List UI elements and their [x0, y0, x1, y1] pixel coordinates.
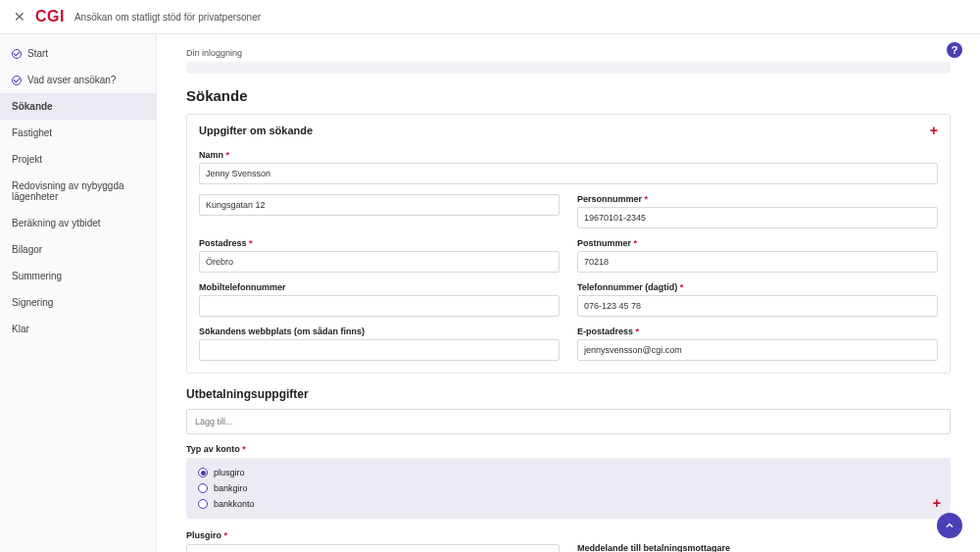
radio-label: plusgiro	[214, 468, 245, 477]
app-header: ✕ CGI Ansökan om statligt stöd för priva…	[0, 0, 980, 34]
web-label: Sökandens webbplats (om sådan finns)	[199, 326, 560, 336]
context-label: Din inloggning	[186, 48, 951, 58]
app-root: ✕ CGI Ansökan om statligt stöd för priva…	[0, 0, 980, 552]
email-label: E-postadress *	[577, 326, 938, 336]
radio-icon	[198, 499, 208, 509]
add-applicant-icon[interactable]: +	[930, 123, 938, 138]
chevron-up-icon	[944, 520, 956, 531]
sidebar-item-label: Sökande	[12, 101, 53, 112]
sidebar-item-label: Vad avser ansökan?	[27, 75, 116, 85]
sidebar: Start Vad avser ansökan? Sökande Fastigh…	[0, 34, 157, 552]
sidebar-item-bilagor[interactable]: Bilagor	[0, 236, 156, 263]
city-label: Postadress *	[199, 238, 560, 248]
account-type-panel: plusgiro bankgiro bankkonto +	[186, 458, 951, 519]
section-title: Sökande	[186, 87, 951, 104]
plusgiro-label: Plusgiro *	[186, 530, 560, 540]
help-icon[interactable]: ?	[947, 42, 962, 58]
radio-bankgiro[interactable]: bankgiro	[198, 483, 939, 493]
context-box	[186, 62, 951, 74]
street-input[interactable]	[199, 194, 560, 216]
sidebar-item-label: Bilagor	[12, 244, 42, 255]
sidebar-item-projekt[interactable]: Projekt	[0, 146, 156, 173]
sidebar-item-label: Beräkning av ytbidet	[12, 218, 101, 228]
close-icon[interactable]: ✕	[14, 9, 25, 25]
sidebar-item-fastighet[interactable]: Fastighet	[0, 120, 156, 146]
sidebar-item-label: Redovisning av nybyggda lägenheter	[12, 180, 144, 202]
app-body: Start Vad avser ansökan? Sökande Fastigh…	[0, 34, 980, 552]
pnr-input[interactable]	[577, 207, 938, 228]
fab-button[interactable]	[937, 513, 962, 538]
email-input[interactable]	[577, 339, 938, 361]
plusgiro-input[interactable]	[186, 544, 560, 552]
sidebar-item-label: Start	[27, 48, 48, 59]
radio-label: bankgiro	[214, 483, 248, 493]
mobile-label: Mobiltelefonnummer	[199, 282, 560, 292]
phone-label: Telefonnummer (dagtid) *	[577, 282, 938, 292]
sidebar-item-vad-avser[interactable]: Vad avser ansökan?	[0, 67, 156, 93]
panel-title: Uppgifter om sökande	[199, 125, 313, 136]
radio-icon	[198, 483, 208, 493]
sidebar-item-redovisning[interactable]: Redovisning av nybyggda lägenheter	[0, 173, 156, 210]
radio-bankkonto[interactable]: bankkonto	[198, 499, 939, 509]
sidebar-item-berakning[interactable]: Beräkning av ytbidet	[0, 210, 156, 236]
pnr-label: Personnummer *	[577, 194, 938, 204]
note-label: Meddelande till betalningsmottagare	[577, 543, 951, 552]
sidebar-item-label: Klar	[12, 324, 29, 334]
panel-body: Namn * Personnummer * Postadress *	[187, 146, 950, 373]
name-label: Namn *	[199, 150, 938, 160]
main-content: ? Din inloggning Sökande Uppgifter om sö…	[157, 34, 980, 552]
name-input[interactable]	[199, 163, 938, 184]
radio-plusgiro[interactable]: plusgiro	[198, 468, 939, 477]
sidebar-item-summering[interactable]: Summering	[0, 263, 156, 289]
app-title: Ansökan om statligt stöd för privatperso…	[74, 12, 261, 23]
account-type-label: Typ av konto *	[186, 444, 951, 454]
sidebar-item-label: Fastighet	[12, 127, 52, 138]
web-input[interactable]	[199, 339, 560, 361]
sidebar-item-start[interactable]: Start	[0, 40, 156, 67]
logo: CGI	[35, 8, 65, 25]
radio-icon	[198, 468, 208, 477]
city-input[interactable]	[199, 251, 560, 273]
add-payment-input[interactable]	[186, 409, 951, 434]
applicant-panel: Uppgifter om sökande + Namn * Personnu	[186, 114, 951, 374]
sidebar-item-label: Projekt	[12, 154, 42, 165]
mobile-input[interactable]	[199, 295, 560, 317]
zip-input[interactable]	[577, 251, 938, 273]
phone-input[interactable]	[577, 295, 938, 317]
zip-label: Postnummer *	[577, 238, 938, 248]
sidebar-item-sokande[interactable]: Sökande	[0, 93, 156, 120]
sidebar-item-label: Signering	[12, 297, 53, 308]
check-icon	[12, 49, 22, 59]
sidebar-item-signering[interactable]: Signering	[0, 289, 156, 316]
sidebar-item-klar[interactable]: Klar	[0, 316, 156, 342]
add-account-type-icon[interactable]: +	[933, 495, 941, 511]
sidebar-item-label: Summering	[12, 271, 62, 281]
panel-header: Uppgifter om sökande +	[187, 115, 950, 146]
check-icon	[12, 75, 22, 85]
payments-title: Utbetalningsuppgifter	[186, 387, 951, 401]
radio-label: bankkonto	[214, 499, 255, 509]
